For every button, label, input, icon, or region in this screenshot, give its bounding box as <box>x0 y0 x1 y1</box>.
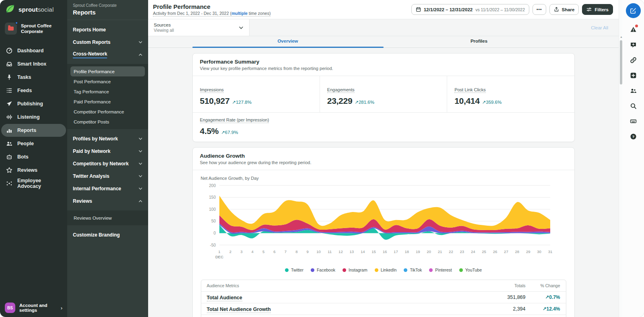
svg-text:50: 50 <box>211 219 216 223</box>
scrollbar-thumb[interactable] <box>620 40 622 84</box>
reports-nav-item-reviews-overview[interactable]: Reviews Overview <box>70 213 145 223</box>
reports-nav-item-twitter-analysis[interactable]: Twitter Analysis <box>67 170 148 182</box>
chevron-right-icon: › <box>61 305 62 311</box>
tab-profiles[interactable]: Profiles <box>384 36 575 47</box>
card-title: Performance Summary <box>200 59 567 65</box>
sidebar-item-reviews[interactable]: Reviews <box>1 164 66 177</box>
link-icon[interactable] <box>628 55 638 65</box>
reports-nav-item-post-performance[interactable]: Post Performance <box>70 76 145 86</box>
svg-text:7: 7 <box>284 249 286 254</box>
legend-instagram[interactable]: Instagram <box>343 268 367 272</box>
reports-nav-item-reviews[interactable]: Reviews <box>67 195 148 207</box>
sidebar-item-dashboard[interactable]: Dashboard <box>1 44 66 57</box>
add-icon[interactable] <box>628 70 638 80</box>
date-range-button[interactable]: 12/1/2022 – 12/31/2022 vs 11/1/2022 – 11… <box>411 4 529 15</box>
metric-engagements: Engagements23,229↗281.6% <box>320 76 447 112</box>
chart-label: Net Audience Growth, by Day <box>193 170 574 181</box>
utility-rail: ? <box>622 0 644 317</box>
listening-icon <box>6 114 12 120</box>
sources-dropdown[interactable]: Sources Viewing all <box>148 19 250 36</box>
account-settings[interactable]: BS Account and settings › <box>0 298 67 317</box>
sidebar-item-publishing[interactable]: Publishing <box>1 97 66 110</box>
compose-button[interactable] <box>626 3 641 18</box>
reports-nav-item-reports-home[interactable]: Reports Home <box>67 23 148 36</box>
chevron-down-icon <box>138 187 142 191</box>
sidebar-item-smart-inbox[interactable]: Smart Inbox <box>1 58 66 70</box>
sidebar-item-feeds[interactable]: Feeds <box>1 84 66 97</box>
svg-text:15: 15 <box>372 249 376 254</box>
workspace-switcher[interactable]: Sprout Coffee Corporate <box>0 18 67 40</box>
metric-delta: ↗281.6% <box>355 99 374 105</box>
reports-nav-item-paid-by-network[interactable]: Paid by Network <box>67 145 148 157</box>
reports-nav-item-internal-performance[interactable]: Internal Performance <box>67 182 148 195</box>
help-icon[interactable]: ? <box>628 132 638 141</box>
svg-text:27: 27 <box>504 249 508 254</box>
reports-nav-item-competitors-by-network[interactable]: Competitors by Network <box>67 157 148 170</box>
publishing-icon <box>6 101 12 107</box>
metric-label[interactable]: Engagement Rate (per Impression) <box>200 117 269 123</box>
legend-twitter[interactable]: Twitter <box>285 268 303 272</box>
svg-text:1: 1 <box>218 249 220 254</box>
reports-sidebar: Sprout Coffee Corporate Reports Reports … <box>67 0 148 317</box>
metric-delta: ↗67.9% <box>221 130 238 135</box>
sidebar-item-reports[interactable]: Reports <box>1 124 66 137</box>
notification-badge <box>635 25 638 27</box>
legend-dot <box>343 268 346 272</box>
reports-nav-item-competitor-performance[interactable]: Competitor Performance <box>70 107 145 117</box>
chevron-down-icon <box>138 137 142 141</box>
reports-nav-item-profiles-by-network[interactable]: Profiles by Network <box>67 132 148 145</box>
row-label[interactable]: Total Net Audience Growth <box>207 307 271 313</box>
svg-text:10: 10 <box>316 249 321 254</box>
legend-facebook[interactable]: Facebook <box>311 268 335 272</box>
reports-nav-item-paid-performance[interactable]: Paid Performance <box>70 97 145 107</box>
row-label[interactable]: Total Audience <box>207 295 242 301</box>
alerts-icon[interactable] <box>628 25 638 34</box>
legend-linkedin[interactable]: LinkedIn <box>375 268 397 272</box>
sidebar-item-tasks[interactable]: Tasks <box>1 71 66 84</box>
multiple-timezones-link[interactable]: multiple <box>231 11 248 16</box>
notification-dot <box>15 21 18 25</box>
vertical-scrollbar[interactable]: ▲ <box>619 0 622 317</box>
workspace-name: Sprout Coffee Corporate <box>21 23 62 35</box>
metric-label[interactable]: Post Link Clicks <box>454 87 486 93</box>
tab-overview[interactable]: Overview <box>192 36 384 47</box>
keyboard-icon[interactable] <box>628 116 638 126</box>
calendar-icon <box>416 7 421 12</box>
filter-bar: Sources Viewing all Clear All <box>148 19 619 36</box>
reports-nav-item-competitor-posts[interactable]: Competitor Posts <box>70 117 145 127</box>
chevron-up-icon <box>138 53 142 57</box>
metric-delta: ↗127.8% <box>232 99 252 105</box>
page-title: Profile Performance <box>153 3 411 10</box>
filters-button[interactable]: Filters <box>582 4 613 15</box>
metric-value: 4.5% <box>200 126 219 136</box>
sidebar-item-employee-advocacy[interactable]: Employee Advocacy <box>1 177 66 190</box>
card-subtitle: View your key profile performance metric… <box>200 66 567 71</box>
feeds-icon <box>6 87 12 94</box>
search-icon[interactable] <box>628 101 638 111</box>
scroll-up-arrow[interactable]: ▲ <box>620 35 623 38</box>
reports-nav-item-profile-performance[interactable]: Profile Performance <box>70 66 145 76</box>
legend-youtube[interactable]: YouTube <box>459 268 482 272</box>
reports-nav-item-tag-performance[interactable]: Tag Performance <box>70 86 145 97</box>
team-icon[interactable] <box>628 86 638 95</box>
svg-text:20: 20 <box>427 249 431 254</box>
page-subtitle: Activity from Dec 1, 2022 - Dec 31, 2022… <box>153 11 411 16</box>
legend-tiktok[interactable]: TikTok <box>404 268 422 272</box>
sidebar-item-people[interactable]: People <box>1 137 66 150</box>
reports-nav-item-custom-reports[interactable]: Custom Reports <box>67 36 148 48</box>
clear-all-link[interactable]: Clear All <box>591 25 608 30</box>
sidebar-item-listening[interactable]: Listening <box>1 111 66 124</box>
reports-nav-item-customize-branding[interactable]: Customize Branding <box>67 228 148 241</box>
svg-text:?: ? <box>632 134 634 138</box>
more-actions-button[interactable]: ••• <box>533 4 546 15</box>
legend-pinterest[interactable]: Pinterest <box>429 268 452 272</box>
metric-label[interactable]: Impressions <box>200 87 224 93</box>
metric-value: 23,229 <box>327 96 352 106</box>
messages-icon[interactable] <box>628 40 638 49</box>
sprout-logo: sproutsocial <box>0 0 67 18</box>
sidebar-item-bots[interactable]: Bots <box>1 150 66 163</box>
share-button[interactable]: Share <box>549 4 579 15</box>
reports-nav-item-cross-network[interactable]: Cross-Network <box>67 48 148 61</box>
metric-label[interactable]: Engagements <box>327 87 355 93</box>
dashboard-icon <box>6 47 12 54</box>
